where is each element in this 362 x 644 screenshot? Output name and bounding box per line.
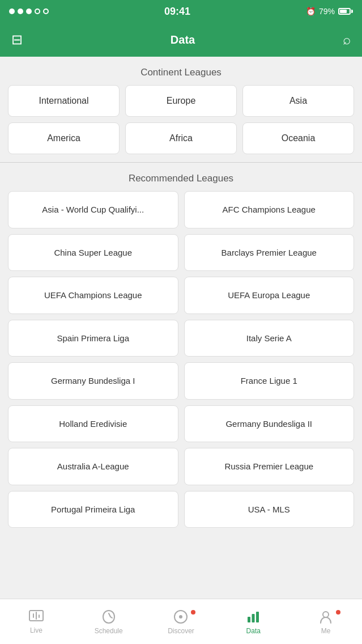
tab-schedule-label: Schedule bbox=[95, 627, 123, 635]
league-uefa-europa[interactable]: UEFA Europa League bbox=[184, 277, 355, 314]
me-badge bbox=[336, 610, 340, 615]
svg-rect-7 bbox=[252, 614, 255, 622]
continent-grid: International Europe Asia America Africa… bbox=[0, 85, 362, 162]
battery-icon bbox=[338, 8, 353, 15]
dot-4 bbox=[35, 9, 40, 14]
recommended-grid: Asia - World Cup Qualifyi... AFC Champio… bbox=[0, 191, 362, 528]
live-icon bbox=[28, 609, 44, 624]
continent-btn-europe[interactable]: Europe bbox=[125, 85, 237, 117]
svg-rect-6 bbox=[248, 617, 250, 622]
data-icon bbox=[245, 609, 261, 625]
continent-btn-asia[interactable]: Asia bbox=[242, 85, 354, 117]
svg-point-9 bbox=[323, 612, 329, 617]
league-usa-mls[interactable]: USA - MLS bbox=[184, 491, 355, 528]
svg-rect-8 bbox=[256, 612, 259, 622]
me-icon bbox=[318, 609, 334, 625]
dot-5 bbox=[43, 9, 49, 14]
league-germany-i[interactable]: Germany Bundesliga I bbox=[8, 362, 178, 400]
battery-percent: 79% bbox=[319, 7, 335, 16]
tab-discover[interactable]: Discover bbox=[145, 609, 218, 635]
tab-data[interactable]: Data bbox=[217, 609, 289, 635]
schedule-icon bbox=[101, 609, 117, 625]
tab-live[interactable]: Live bbox=[0, 609, 73, 634]
recommended-section-header: Recommended Leagues bbox=[0, 163, 362, 191]
league-spain[interactable]: Spain Primera Liga bbox=[8, 320, 178, 357]
tab-bar: Live Schedule Discover Data Me bbox=[0, 599, 362, 644]
league-asia-wcq[interactable]: Asia - World Cup Qualifyi... bbox=[8, 191, 178, 228]
league-france[interactable]: France Ligue 1 bbox=[184, 362, 355, 400]
dot-3 bbox=[26, 9, 32, 14]
continent-btn-international[interactable]: International bbox=[8, 85, 120, 117]
tab-schedule[interactable]: Schedule bbox=[73, 609, 145, 635]
league-australia[interactable]: Australia A-League bbox=[8, 448, 178, 485]
league-holland[interactable]: Holland Eredivisie bbox=[8, 405, 178, 443]
search-icon[interactable]: ⌕ bbox=[343, 32, 351, 48]
league-afc[interactable]: AFC Champions League bbox=[184, 191, 355, 228]
continent-btn-oceania[interactable]: Oceania bbox=[242, 122, 354, 154]
league-germany-ii[interactable]: Germany Bundesliga II bbox=[184, 405, 355, 443]
continent-btn-america[interactable]: America bbox=[8, 122, 120, 154]
page-title: Data bbox=[171, 33, 195, 46]
league-uefa-champions[interactable]: UEFA Champions League bbox=[8, 277, 178, 314]
svg-point-5 bbox=[179, 615, 182, 618]
nav-bar: ⊟ Data ⌕ bbox=[0, 23, 362, 57]
league-russia[interactable]: Russia Premier League bbox=[184, 448, 355, 485]
tab-me-label: Me bbox=[321, 627, 331, 635]
bookmark-icon[interactable]: ⊟ bbox=[11, 32, 23, 48]
tab-discover-label: Discover bbox=[168, 627, 194, 635]
continent-section-header: Continent Leagues bbox=[0, 57, 362, 85]
league-china-super[interactable]: China Super League bbox=[8, 234, 178, 272]
league-portugal[interactable]: Portugal Primeira Liga bbox=[8, 491, 178, 528]
league-barclays[interactable]: Barclays Premier League bbox=[184, 234, 355, 272]
tab-live-label: Live bbox=[30, 626, 42, 634]
discover-icon bbox=[173, 609, 189, 625]
dot-1 bbox=[9, 9, 15, 14]
alarm-icon: ⏰ bbox=[306, 7, 316, 16]
signal-dots bbox=[9, 9, 49, 14]
league-italy[interactable]: Italy Serie A bbox=[184, 320, 355, 357]
content-area: Continent Leagues International Europe A… bbox=[0, 57, 362, 644]
tab-me[interactable]: Me bbox=[289, 609, 362, 635]
discover-badge bbox=[191, 610, 195, 615]
continent-btn-africa[interactable]: Africa bbox=[125, 122, 237, 154]
status-bar: 09:41 ⏰ 79% bbox=[0, 0, 362, 23]
status-time: 09:41 bbox=[164, 6, 190, 18]
dot-2 bbox=[18, 9, 23, 14]
status-right: ⏰ 79% bbox=[306, 7, 353, 16]
tab-data-label: Data bbox=[246, 627, 261, 635]
